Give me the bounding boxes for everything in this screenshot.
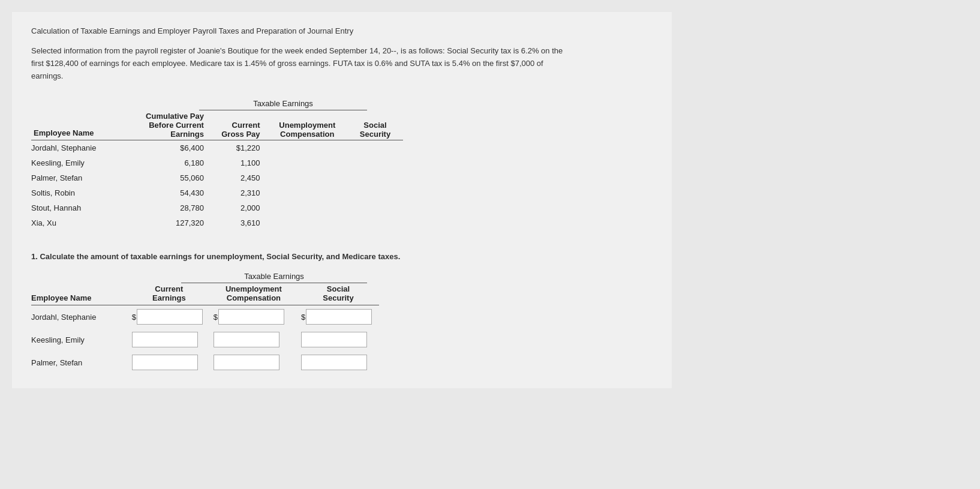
unemployment-input-cell [214,355,294,370]
ref-row-cumulative: 54,430 [128,185,211,200]
ref-row-cumulative: 55,060 [128,170,211,185]
current-input[interactable] [132,355,198,370]
current-input-cell [132,355,206,370]
answer-table-row: Jordahl, Stephanie $ $ $ [31,305,379,328]
ref-row-unemployment [267,185,347,200]
taxable-earnings-header: Taxable Earnings [199,99,367,110]
taxable-earnings-header2: Taxable Earnings [181,272,367,283]
ref-row-name: Soltis, Robin [31,185,128,200]
ref-row-unemployment [267,140,347,155]
dollar-sign: $ [132,313,136,322]
ref-row-name: Stout, Hannah [31,200,128,215]
ans-row-name: Keesling, Emily [31,328,128,351]
ref-col-unemployment: Unemployment Compensation [267,110,347,140]
ans-row-social: $ [297,305,379,328]
current-input-cell: $ [132,309,206,325]
current-input-cell [132,332,206,347]
ref-row-unemployment [267,170,347,185]
answer-table-body: Jordahl, Stephanie $ $ $ Keesling, Emily [31,305,379,374]
social-input-cell: $ [301,309,375,325]
ref-row-gross: 2,000 [211,200,267,215]
page-container: Calculation of Taxable Earnings and Empl… [12,12,672,388]
ref-row-name: Palmer, Stefan [31,170,128,185]
reference-table-section: Taxable Earnings Employee Name Cumulativ… [31,99,653,230]
ans-row-social [297,351,379,374]
ref-row-name: Jordahl, Stephanie [31,140,128,155]
ans-row-name: Jordahl, Stephanie [31,305,128,328]
answer-table-header-row: Employee Name Current Earnings Unemploym… [31,283,379,305]
ref-row-social [347,170,403,185]
social-input[interactable] [306,309,372,325]
section1: 1. Calculate the amount of taxable earni… [31,252,653,374]
ref-row-social [347,155,403,170]
ref-row-social [347,140,403,155]
ref-row-social [347,215,403,230]
ref-row-cumulative: $6,400 [128,140,211,155]
ref-col-gross: Current Gross Pay [211,110,267,140]
ans-row-unemployment [210,351,297,374]
social-input-cell [301,332,375,347]
ref-table-body: Jordahl, Stephanie $6,400 $1,220 Keeslin… [31,140,403,230]
social-input[interactable] [301,355,367,370]
unemployment-input[interactable] [214,332,279,347]
ref-table-row: Xia, Xu 127,320 3,610 [31,215,403,230]
ref-row-gross: 1,100 [211,155,267,170]
ref-table-row: Jordahl, Stephanie $6,400 $1,220 [31,140,403,155]
ans-row-current [128,328,210,351]
answer-table-row: Palmer, Stefan [31,351,379,374]
unemployment-input[interactable] [214,355,279,370]
ref-table-header-row: Employee Name Cumulative Pay Before Curr… [31,110,403,140]
reference-table: Employee Name Cumulative Pay Before Curr… [31,110,403,230]
social-input[interactable] [301,332,367,347]
ans-col-employee-name: Employee Name [31,283,128,305]
ref-col-employee-name: Employee Name [31,110,128,140]
answer-table: Employee Name Current Earnings Unemploym… [31,283,379,374]
ref-row-cumulative: 6,180 [128,155,211,170]
ref-row-name: Xia, Xu [31,215,128,230]
ref-row-name: Keesling, Emily [31,155,128,170]
unemployment-input-cell [214,332,294,347]
ref-row-social [347,200,403,215]
ans-row-unemployment: $ [210,305,297,328]
ref-row-gross: 2,450 [211,170,267,185]
ref-col-social: Social Security [347,110,403,140]
dollar-sign: $ [214,313,218,322]
ans-row-current [128,351,210,374]
description: Selected information from the payroll re… [31,45,571,82]
ref-row-unemployment [267,215,347,230]
ref-row-unemployment [267,200,347,215]
section1-label: 1. Calculate the amount of taxable earni… [31,252,653,261]
ans-row-social [297,328,379,351]
ref-row-cumulative: 127,320 [128,215,211,230]
unemployment-input-cell: $ [214,309,294,325]
page-title: Calculation of Taxable Earnings and Empl… [31,26,653,35]
ans-col-social: Social Security [297,283,379,305]
ref-table-row: Soltis, Robin 54,430 2,310 [31,185,403,200]
ref-table-row: Palmer, Stefan 55,060 2,450 [31,170,403,185]
ans-row-current: $ [128,305,210,328]
ref-col-cumulative: Cumulative Pay Before Current Earnings [128,110,211,140]
ref-row-cumulative: 28,780 [128,200,211,215]
current-input[interactable] [137,309,203,325]
ref-row-gross: $1,220 [211,140,267,155]
social-input-cell [301,355,375,370]
answer-table-row: Keesling, Emily [31,328,379,351]
current-input[interactable] [132,332,198,347]
ref-row-gross: 3,610 [211,215,267,230]
ref-row-social [347,185,403,200]
dollar-sign: $ [301,313,305,322]
ans-col-current: Current Earnings [128,283,210,305]
unemployment-input[interactable] [218,309,284,325]
ans-row-unemployment [210,328,297,351]
ref-table-row: Stout, Hannah 28,780 2,000 [31,200,403,215]
ans-row-name: Palmer, Stefan [31,351,128,374]
ans-col-unemployment: Unemployment Compensation [210,283,297,305]
ref-row-gross: 2,310 [211,185,267,200]
ref-table-row: Keesling, Emily 6,180 1,100 [31,155,403,170]
ref-row-unemployment [267,155,347,170]
